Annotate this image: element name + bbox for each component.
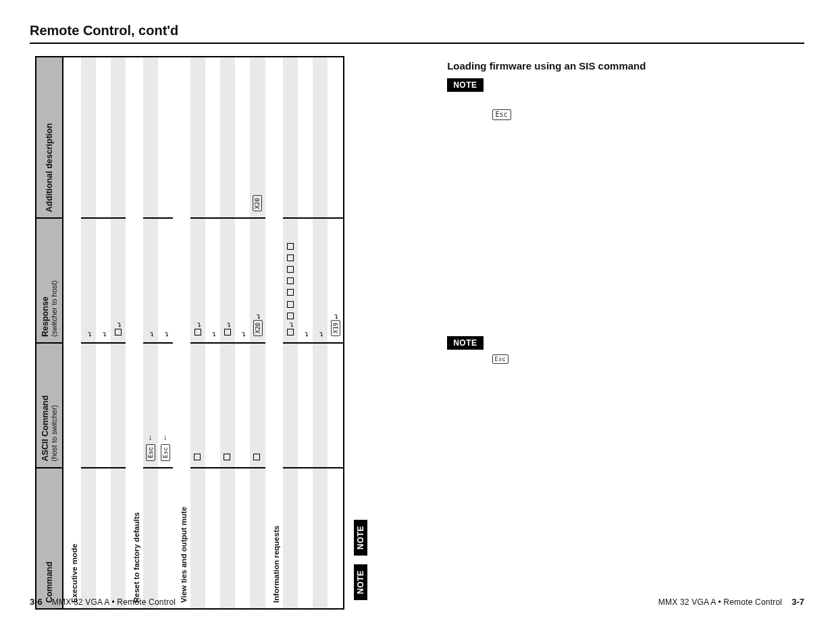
return-icon: ↵ — [208, 332, 217, 337]
cell-desc — [283, 57, 298, 218]
right-note-2: NOTE Esc — [447, 336, 804, 364]
placeholder-box-icon — [253, 454, 260, 460]
note-label: NOTE — [354, 564, 367, 600]
cell-cmd — [250, 468, 265, 609]
sis-command-table: Command ASCII Command (host to switcher)… — [35, 56, 344, 610]
cell-desc — [235, 57, 250, 218]
return-icon: ↵ — [99, 332, 108, 337]
footer-text-left: MMX 32 VGA A • Remote Control — [52, 597, 176, 607]
return-icon: ↵ — [161, 332, 170, 337]
cell-ascii — [96, 343, 111, 468]
return-icon: ↵ — [301, 332, 310, 337]
note-body-1: Esc — [492, 78, 512, 120]
cell-desc — [220, 57, 235, 218]
esc-line-2: Esc — [492, 354, 509, 364]
placeholder-box-icon — [287, 329, 294, 336]
cell-cmd — [220, 468, 235, 609]
cell-cmd — [298, 468, 313, 609]
cell-ascii — [328, 343, 344, 468]
th-resp-label: Response — [41, 296, 50, 337]
esc-line-1: Esc — [492, 109, 512, 120]
note-label: NOTE — [354, 520, 367, 556]
cell-desc — [158, 57, 173, 218]
cell-ascii — [298, 343, 313, 468]
cell-ascii — [250, 343, 265, 468]
cell-cmd — [235, 468, 250, 609]
return-icon: ↵ — [223, 323, 232, 327]
cell-desc — [205, 57, 220, 218]
esc-key-icon: Esc — [492, 354, 509, 364]
page-header: Remote Control, cont'd — [0, 0, 834, 48]
page-number-right: 3-7 — [791, 597, 804, 607]
placeholder-box-icon — [287, 313, 294, 319]
cell-ascii — [220, 343, 235, 468]
cell-ascii: Esc ← — [158, 343, 173, 468]
th-ascii-label: ASCII Command — [41, 396, 50, 462]
placeholder-box-icon — [224, 454, 230, 460]
cell-cmd — [283, 468, 298, 609]
right-page: Loading firmware using an SIS command NO… — [434, 48, 834, 615]
cell-ascii — [283, 343, 298, 468]
placeholder-box-icon — [194, 454, 201, 460]
cell-cmd — [81, 468, 96, 609]
cell-cmd — [143, 468, 158, 609]
th-ascii: ASCII Command (host to switcher) — [36, 343, 63, 468]
cell-desc — [81, 57, 96, 218]
cell-resp: ↵ — [235, 218, 250, 343]
return-icon: ↵ — [253, 315, 262, 319]
section-header: View ties and output mute — [173, 57, 190, 609]
return-icon: ↵ — [286, 323, 295, 327]
cell-ascii — [111, 343, 126, 468]
return-icon: ↵ — [84, 332, 93, 337]
cell-cmd — [96, 468, 111, 609]
th-desc-label: Additional description — [45, 123, 54, 212]
placeholder-box-icon — [224, 329, 231, 336]
left-note-2: NOTE — [354, 564, 367, 600]
left-page: Command ASCII Command (host to switcher)… — [0, 48, 434, 615]
rotated-table: Command ASCII Command (host to switcher)… — [35, 56, 344, 610]
right-heading: Loading firmware using an SIS command — [447, 60, 804, 72]
note-label: NOTE — [447, 336, 483, 350]
left-notes: NOTE NOTE — [354, 556, 390, 614]
note-label: NOTE — [447, 78, 483, 92]
placeholder-box-icon — [287, 277, 294, 284]
footer-text-right: MMX 32 VGA A • Remote Control — [658, 597, 782, 607]
footer-left: 3-6 MMX 32 VGA A • Remote Control — [30, 597, 176, 607]
cell-resp: ↵ — [143, 218, 158, 343]
cell-cmd — [205, 468, 220, 609]
cell-ascii — [81, 343, 96, 468]
esc-key-icon: Esc — [161, 444, 170, 460]
rotated-table-container: Command ASCII Command (host to switcher)… — [30, 56, 428, 615]
var-icon: X20 — [253, 195, 262, 211]
cell-desc: X20 — [250, 57, 265, 218]
spread: Command ASCII Command (host to switcher)… — [0, 48, 834, 615]
placeholder-box-icon — [115, 329, 122, 336]
left-note-1: NOTE — [354, 520, 367, 556]
return-icon: ↵ — [315, 332, 325, 337]
section-header: Information requests — [265, 57, 283, 609]
placeholder-box-icon — [287, 301, 294, 308]
cell-ascii — [205, 343, 220, 468]
var-icon: X19 — [331, 320, 340, 336]
cell-cmd — [111, 468, 126, 609]
cell-resp: ↵ — [205, 218, 220, 343]
cell-resp: ↵ — [283, 218, 298, 343]
th-ascii-sub: (host to switcher) — [50, 349, 58, 462]
cell-ascii — [313, 343, 328, 468]
right-note-1: NOTE Esc — [447, 78, 804, 120]
page-number-left: 3-6 — [30, 597, 43, 607]
placeholder-box-icon — [194, 329, 201, 336]
section-header: Executive mode — [63, 57, 81, 609]
return-icon: ↵ — [193, 323, 203, 327]
cell-cmd — [158, 468, 173, 609]
th-resp: Response (switcher to host) — [36, 218, 63, 343]
cell-ascii — [190, 343, 205, 468]
cell-resp: ↵ — [111, 218, 126, 343]
cell-resp: X20↵ — [250, 218, 265, 343]
return-icon: ↵ — [238, 332, 247, 337]
section-header: Reset to factory defaults — [126, 57, 143, 609]
placeholder-box-icon — [287, 243, 294, 250]
cell-desc — [328, 57, 344, 218]
note-body-2: Esc — [492, 336, 509, 364]
return-icon: ↵ — [113, 323, 123, 327]
